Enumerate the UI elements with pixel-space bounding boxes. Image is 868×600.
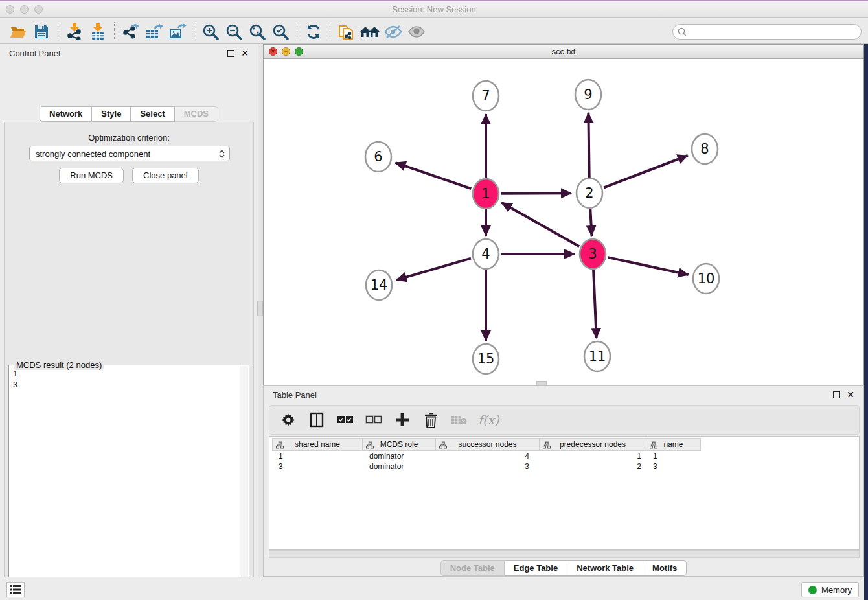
toolbar-separator — [58, 22, 58, 41]
attribute-type-icon — [366, 441, 374, 449]
cell-shared-name[interactable]: 1 — [272, 451, 363, 461]
table-row[interactable]: 3dominator323 — [272, 461, 859, 472]
close-table-panel-icon[interactable]: ✕ — [847, 391, 854, 398]
cell-successor-nodes[interactable]: 3 — [436, 461, 540, 472]
edge-1-to-6[interactable] — [395, 163, 471, 189]
column-header-MCDS-role[interactable]: MCDS role — [363, 438, 436, 451]
open-session-button[interactable] — [6, 21, 30, 42]
edge-3-to-10[interactable] — [608, 257, 688, 275]
edge-2-to-8[interactable] — [604, 156, 687, 187]
export-image-icon — [169, 23, 187, 40]
mcds-result-list[interactable]: 13 — [10, 368, 238, 600]
export-network-button[interactable] — [119, 21, 143, 42]
fit-content-icon — [249, 23, 266, 40]
tab-network[interactable]: Network — [40, 106, 92, 122]
add-row-button[interactable] — [393, 410, 412, 430]
graph-node-label-14: 14 — [371, 277, 388, 293]
tab-mcds[interactable]: MCDS — [175, 106, 218, 122]
cell-name[interactable]: 3 — [646, 461, 701, 472]
zoom-out-button[interactable] — [222, 21, 246, 42]
column-header-successor-nodes[interactable]: successor nodes — [436, 438, 540, 451]
import-network-button[interactable] — [63, 21, 86, 42]
float-table-panel-icon[interactable] — [833, 391, 840, 398]
result-scrollbar[interactable] — [240, 366, 248, 600]
criterion-select[interactable]: strongly connected component — [29, 146, 230, 161]
save-session-button[interactable] — [30, 21, 53, 42]
export-image-button[interactable] — [166, 21, 189, 42]
columns-icon — [310, 412, 324, 428]
apply-layout-button[interactable] — [302, 21, 325, 42]
tab-network-table[interactable]: Network Table — [567, 560, 643, 576]
select-all-button[interactable] — [336, 410, 355, 430]
show-columns-button[interactable] — [307, 410, 326, 430]
refresh-icon — [305, 23, 322, 40]
table-scroll-strip[interactable] — [269, 550, 860, 558]
memory-button[interactable]: Memory — [801, 582, 859, 597]
cell-MCDS-role[interactable]: dominator — [363, 451, 436, 461]
column-header-predecessor-nodes[interactable]: predecessor nodes — [540, 438, 646, 451]
cell-predecessor-nodes[interactable]: 2 — [540, 461, 646, 472]
tab-edge-table[interactable]: Edge Table — [505, 560, 567, 576]
search-input[interactable] — [672, 24, 862, 40]
table-settings-button[interactable] — [279, 410, 298, 430]
graph-node-label-15: 15 — [477, 351, 495, 367]
cell-shared-name[interactable]: 3 — [272, 461, 363, 472]
list-icon — [10, 585, 21, 594]
close-panel-icon[interactable]: ✕ — [241, 50, 249, 57]
graph-node-label-3: 3 — [588, 246, 597, 262]
tab-style[interactable]: Style — [92, 106, 131, 122]
column-header-shared-name[interactable]: shared name — [272, 438, 363, 451]
hide-details-button[interactable] — [382, 21, 405, 42]
edge-4-to-14[interactable] — [396, 259, 471, 280]
edge-3-to-1[interactable] — [501, 203, 579, 246]
fit-content-button[interactable] — [246, 21, 269, 42]
import-table-button[interactable] — [86, 21, 109, 42]
delete-table-icon — [451, 415, 467, 425]
float-panel-icon[interactable] — [227, 50, 234, 57]
deselect-all-button[interactable] — [364, 410, 383, 430]
tab-node-table[interactable]: Node Table — [440, 560, 505, 576]
mcds-result-line: 3 — [13, 379, 238, 390]
toolbar-separator — [297, 22, 297, 41]
export-table-button[interactable] — [143, 21, 166, 42]
duplicate-network-button[interactable] — [335, 21, 358, 42]
graph-node-label-8: 8 — [700, 141, 709, 157]
edge-1-to-2[interactable] — [501, 193, 571, 194]
edge-3-to-11[interactable] — [593, 270, 597, 338]
attribute-type-icon — [543, 441, 551, 449]
toolbar-separator — [194, 22, 194, 41]
table-panel-header: Table Panel ✕ — [264, 386, 863, 404]
vertical-splitter-handle[interactable] — [257, 301, 263, 316]
mcds-result-line: 1 — [13, 368, 238, 379]
cell-predecessor-nodes[interactable]: 1 — [540, 451, 646, 461]
cell-successor-nodes[interactable]: 4 — [436, 451, 540, 461]
edge-2-to-9[interactable] — [588, 113, 589, 178]
delete-table-button[interactable] — [450, 410, 469, 430]
cell-name[interactable]: 1 — [646, 451, 701, 461]
network-graph-canvas[interactable]: 7968124314101511 — [264, 59, 863, 385]
first-neighbors-button[interactable] — [358, 21, 382, 42]
criterion-value: strongly connected component — [36, 149, 150, 159]
run-mcds-button[interactable]: Run MCDS — [59, 168, 124, 183]
graph-node-label-7: 7 — [481, 88, 490, 104]
tab-motifs[interactable]: Motifs — [643, 560, 687, 576]
show-details-button[interactable] — [405, 21, 428, 42]
table-row[interactable]: 1dominator411 — [272, 451, 859, 461]
column-header-name[interactable]: name — [646, 438, 701, 451]
tab-select[interactable]: Select — [131, 106, 174, 122]
delete-row-button[interactable] — [421, 410, 440, 430]
function-builder-button[interactable]: f(x) — [478, 413, 499, 427]
plus-icon — [395, 413, 409, 427]
select-arrows-icon — [219, 150, 225, 158]
checked-boxes-icon — [337, 415, 354, 424]
zoom-selected-button[interactable] — [269, 21, 292, 42]
zoom-in-button[interactable] — [199, 21, 222, 42]
cell-MCDS-role[interactable]: dominator — [363, 461, 436, 472]
close-panel-button[interactable]: Close panel — [132, 168, 199, 183]
export-table-icon — [146, 23, 163, 40]
edge-2-to-3[interactable] — [590, 209, 591, 236]
task-history-button[interactable] — [6, 582, 25, 597]
table-tabs: Node TableEdge TableNetwork TableMotifs — [264, 560, 863, 576]
control-panel-header: Control Panel ✕ — [0, 44, 258, 62]
double-home-icon — [360, 24, 380, 40]
